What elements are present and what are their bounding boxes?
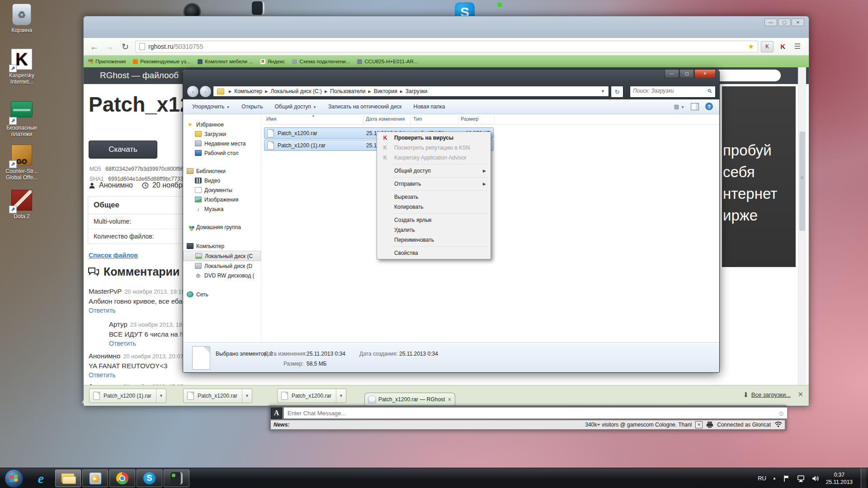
minimize-button[interactable]: —: [665, 70, 679, 78]
taskbar-wmp[interactable]: ▶: [82, 469, 108, 487]
all-downloads-link[interactable]: Все загрузки...: [751, 391, 791, 398]
hidden-icons-button[interactable]: ▲: [773, 476, 776, 480]
sidebar-item-music[interactable]: ♪Музыка: [183, 204, 261, 214]
menu-item-create-shortcut[interactable]: Создать ярлык: [378, 215, 490, 225]
chat-input[interactable]: [283, 407, 788, 419]
nav-back-button[interactable]: ‹: [187, 85, 199, 98]
column-size[interactable]: Размер: [461, 116, 479, 122]
kaspersky-extension-icon[interactable]: K: [780, 42, 785, 50]
tab-close-button[interactable]: ✕: [448, 397, 452, 403]
breadcrumb-item[interactable]: Пользователи: [330, 88, 365, 94]
download-button[interactable]: Скачать: [89, 141, 157, 159]
column-date[interactable]: Дата изменения: [366, 116, 405, 122]
sidebar-item-dvd[interactable]: ◎DVD RW дисковод (: [183, 271, 261, 280]
clock[interactable]: 0:37 25.11.2013: [826, 471, 853, 486]
address-breadcrumb[interactable]: ▶ Компьютер ▶ Локальный диск (C:) ▶ Поль…: [213, 86, 609, 97]
printer-icon[interactable]: [706, 421, 713, 428]
sidebar-item-pictures[interactable]: Изображения: [183, 195, 261, 204]
menu-item-copy[interactable]: Копировать: [378, 202, 490, 212]
file-list-link[interactable]: Список файлов: [89, 252, 138, 259]
sidebar-item-recent[interactable]: Недавние места: [183, 139, 261, 148]
reply-link[interactable]: Ответить: [89, 371, 184, 379]
desktop-icon-dota2[interactable]: ↗ Dota 2: [0, 190, 43, 220]
new-folder-button[interactable]: Новая папка: [414, 103, 445, 110]
breadcrumb-item[interactable]: Компьютер: [234, 88, 262, 94]
breadcrumb-item[interactable]: Виктория: [374, 88, 397, 94]
taskbar-ie[interactable]: e: [28, 469, 54, 487]
menu-item-share[interactable]: Общий доступ▶: [378, 166, 490, 176]
close-button[interactable]: ✕: [694, 70, 716, 78]
taskbar-skype[interactable]: S: [137, 469, 162, 487]
page-scrollbar[interactable]: [798, 67, 806, 385]
minimize-button[interactable]: —: [764, 19, 777, 26]
desktop-icon-safe-money[interactable]: ↗ Безопасные платежи: [0, 99, 43, 137]
taskbar-explorer[interactable]: [55, 469, 81, 487]
menu-item-cut[interactable]: Вырезать: [378, 192, 490, 202]
back-button[interactable]: ←: [90, 38, 99, 56]
bookmark-star-icon[interactable]: ★: [748, 42, 754, 51]
desktop-icon-recycle-bin[interactable]: ♻ Корзина: [0, 4, 43, 33]
menu-item-rename[interactable]: Переименовать: [378, 235, 490, 245]
volume-icon[interactable]: [811, 474, 820, 483]
column-type[interactable]: Тип: [413, 116, 422, 122]
share-menu[interactable]: Общий доступ▼: [274, 103, 316, 110]
breadcrumb-item[interactable]: Локальный диск (C:): [270, 88, 322, 94]
ad-banner[interactable]: пробуй себя нтернет ирже: [722, 86, 796, 267]
taskbar-chrome[interactable]: [109, 469, 135, 487]
bookmark-ccu825[interactable]: CCU825-H+E011-AR...: [357, 59, 418, 64]
column-name[interactable]: Имя: [266, 116, 276, 122]
search-input[interactable]: [630, 86, 703, 95]
tab-rghost-2-active[interactable]: Patch_x1200.rar — RGhost ✕: [364, 393, 455, 406]
font-button[interactable]: A: [271, 408, 282, 419]
emoticon-icon[interactable]: ☺: [778, 409, 785, 417]
bookmark-apps[interactable]: Приложения: [88, 59, 126, 64]
reload-button[interactable]: ↻: [122, 38, 129, 56]
sidebar-item-video[interactable]: Видео: [183, 176, 261, 185]
download-item[interactable]: Patch_x1200 (1).rar ▼: [89, 389, 166, 403]
preview-pane-button[interactable]: [691, 103, 699, 110]
download-item[interactable]: Patch_x1200.rar ▼: [277, 389, 346, 403]
refresh-button[interactable]: ↻: [611, 86, 623, 98]
open-button[interactable]: Открыть: [241, 103, 263, 110]
desktop-icon-kaspersky[interactable]: K↗ Kaspersky Internet...: [0, 49, 43, 85]
news-close-button[interactable]: ✕: [695, 421, 703, 428]
bookmark-scheme[interactable]: Схема подключени...: [292, 59, 350, 64]
taskbar-teamspeak[interactable]: [164, 469, 189, 487]
sidebar-item-documents[interactable]: Документы: [183, 185, 261, 195]
burn-button[interactable]: Записать на оптический диск: [328, 103, 402, 110]
show-desktop-button[interactable]: [861, 468, 866, 488]
menu-item-delete[interactable]: Удалить: [378, 225, 490, 235]
scrollbar-thumb[interactable]: [799, 131, 805, 231]
site-logo[interactable]: RGhost — файлооб: [100, 70, 179, 80]
start-button[interactable]: [5, 469, 24, 488]
download-caret-icon[interactable]: ▼: [336, 389, 346, 403]
sidebar-item-downloads[interactable]: Загрузки: [183, 129, 261, 139]
download-caret-icon[interactable]: ▼: [242, 389, 252, 403]
nav-forward-button[interactable]: ›: [199, 85, 212, 98]
organize-menu[interactable]: Упорядочить▼: [192, 103, 230, 110]
breadcrumb-item[interactable]: Загрузки: [406, 88, 427, 94]
sidebar-group-libraries[interactable]: Библиотеки: [183, 166, 261, 176]
maximize-button[interactable]: ▢: [679, 70, 694, 78]
shelf-close-button[interactable]: ✕: [797, 390, 803, 399]
sidebar-group-homegroup[interactable]: Домашняя группа: [183, 222, 261, 232]
bookmark-recommended[interactable]: Рекомендуемые уз...: [133, 59, 190, 64]
help-button[interactable]: ?: [705, 103, 713, 110]
bookmark-furniture[interactable]: Комплект мебели ...: [198, 59, 253, 64]
menu-item-properties[interactable]: Свойства: [378, 248, 490, 258]
address-dropdown-caret[interactable]: ▼: [601, 89, 607, 94]
sidebar-group-computer[interactable]: Компьютер: [183, 241, 261, 251]
sidebar-group-favorites[interactable]: ★Избранное: [183, 120, 261, 129]
menu-icon[interactable]: ☰: [794, 42, 801, 51]
close-button[interactable]: ✕: [792, 19, 804, 26]
profile-button[interactable]: K: [761, 41, 774, 52]
reply-link[interactable]: Ответить: [89, 307, 188, 314]
maximize-button[interactable]: ▢: [778, 19, 791, 26]
view-options-button[interactable]: ▤▼: [674, 103, 684, 110]
menu-item-scan-viruses[interactable]: KПроверить на вирусы: [378, 133, 490, 143]
address-bar[interactable]: rghost.ru /50310755 ★: [135, 41, 758, 52]
sidebar-item-disk-d[interactable]: Локальный диск (D: [183, 261, 261, 271]
network-icon[interactable]: [797, 474, 805, 483]
sidebar-item-disk-c[interactable]: Локальный диск (C: [183, 251, 261, 261]
bookmark-yandex[interactable]: ЯЯндекс: [260, 59, 285, 64]
